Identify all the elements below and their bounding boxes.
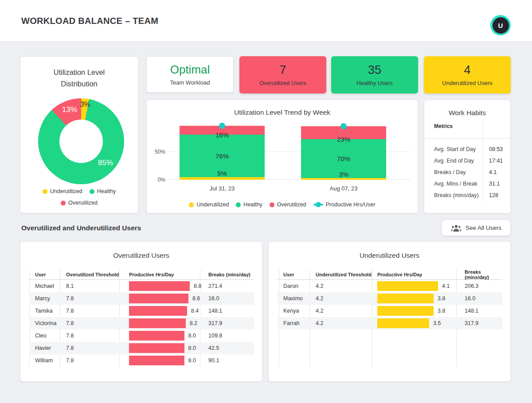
kpi-under-label: Underutilized Users — [442, 80, 492, 86]
kpi-workload-value: Optimal — [170, 63, 210, 77]
hours-bar — [129, 356, 184, 365]
cell-hours: 8.4 — [119, 305, 200, 317]
hours-value: 8.4 — [191, 308, 199, 314]
habit-label: Avg. Mins / Break — [434, 181, 477, 187]
table-row: Victorina 7.8 8.2 317.9 — [29, 317, 254, 329]
legend-healthy[interactable]: Healthy — [90, 188, 116, 194]
productive-dot-week1 — [219, 123, 225, 129]
segment-under-label-week2: 3% — [301, 170, 386, 178]
hours-bar — [377, 294, 434, 303]
trend-legend: Underutilized Healthy Overutilized Produ… — [147, 202, 418, 208]
cell-threshold: 7.8 — [60, 308, 119, 314]
overutilized-table-title: Overutilized Users — [20, 252, 262, 260]
segment-healthy-label-week1: 76% — [180, 152, 265, 159]
cell-hours: 8.0 — [119, 342, 200, 354]
cell-breaks: 271.4 — [200, 283, 254, 289]
habit-row: Breaks (mins/day) 128 — [424, 190, 510, 201]
donut-legend-row2: Overutilized — [20, 200, 138, 206]
cell-hours: 4.1 — [372, 280, 456, 292]
segment-over-label-week2: 23% — [301, 136, 386, 143]
habit-label: Avg. End of Day — [434, 158, 474, 164]
cell-threshold: 7.8 — [60, 333, 119, 339]
kpi-overutilized-users: 7 Overutilized Users — [239, 56, 326, 93]
kpi-over-value: 7 — [279, 63, 286, 77]
cell-user: Daron — [278, 283, 309, 289]
hours-bar — [377, 306, 434, 316]
hours-bar — [129, 318, 186, 328]
productive-marker-icon — [313, 202, 323, 207]
hours-bar — [129, 281, 190, 291]
col-header-breaks: Breaks (mins/day) — [456, 269, 502, 280]
cell-user: Tamika — [29, 308, 60, 314]
cell-threshold: 7.8 — [60, 345, 119, 351]
trend-title: Utilization Level Trend by Week — [147, 108, 418, 116]
table-row: Cleo 7.8 8.0 109.8 — [29, 329, 254, 342]
habit-label: Avg. Start of Day — [434, 146, 476, 152]
kpi-under-value: 4 — [464, 63, 470, 77]
cell-threshold: 4.2 — [309, 320, 372, 326]
cell-user: Michael — [29, 283, 60, 289]
segment-healthy-week2: 70% 3% — [301, 139, 386, 178]
donut-title-line2: Distribution — [20, 78, 138, 89]
hours-value: 8.2 — [190, 320, 197, 326]
overutilized-dot-icon — [61, 201, 66, 205]
cell-hours: 3.8 — [372, 292, 456, 305]
kpi-workload-label: Team Workload — [170, 79, 210, 86]
table-row: William 7.8 8.0 90.1 — [29, 354, 254, 367]
cell-threshold: 7.8 — [60, 320, 119, 326]
kpi-over-label: Overutilized Users — [259, 80, 306, 86]
legend-overutilized[interactable]: Overutilized — [61, 200, 98, 206]
legend-underutilized-label: Underutilized — [50, 188, 82, 194]
people-group-icon — [451, 225, 462, 232]
cell-threshold: 4.2 — [309, 308, 372, 314]
habit-value: 08:53 — [489, 146, 503, 152]
col-header-user: User — [29, 272, 60, 277]
trend-legend-underutilized[interactable]: Underutilized — [189, 202, 229, 208]
table-row: Daron 4.2 4.1 206.3 — [278, 280, 502, 292]
hours-value: 4.1 — [442, 283, 450, 289]
habit-label: Breaks / Day — [434, 169, 466, 175]
col-header-threshold: Underutilized Threshold — [309, 272, 372, 277]
habit-row: Avg. Mins / Break 31.1 — [424, 178, 510, 190]
cell-threshold: 4.2 — [309, 295, 372, 302]
segment-over-label-week1: 16% — [180, 131, 265, 138]
habit-value: 31.1 — [489, 181, 500, 187]
underutilized-table: User Underutilized Threshold Productive … — [278, 269, 502, 329]
habit-value: 128 — [489, 192, 498, 198]
user-avatar[interactable]: U — [490, 15, 511, 35]
utilization-distribution-card: Utilization Level Distribution 3% 13% 85… — [20, 56, 138, 213]
cell-hours: 8.6 — [119, 292, 200, 305]
trend-legend-healthy[interactable]: Healthy — [236, 202, 262, 208]
section-title: Overutilized and Underutilized Users — [21, 224, 141, 232]
overutilized-dot-icon — [270, 202, 274, 207]
trend-legend-productive[interactable]: Productive Hrs/User — [313, 202, 376, 208]
segment-healthy-label-week2: 70% — [301, 155, 386, 163]
trend-legend-healthy-label: Healthy — [243, 202, 262, 208]
trend-legend-overutilized[interactable]: Overutilized — [270, 202, 306, 208]
utilization-donut-chart: 3% 13% 85% — [38, 98, 124, 184]
hours-bar — [129, 294, 188, 303]
hours-value: 3.5 — [433, 320, 441, 326]
underutilized-users-card: Underutilized Users User Underutilized T… — [268, 241, 511, 382]
cell-threshold: 8.1 — [60, 283, 119, 289]
donut-title: Utilization Level Distribution — [20, 66, 138, 89]
col-header-breaks: Breaks (mins/day) — [200, 272, 254, 277]
cell-user: William — [29, 357, 60, 364]
productive-dot-week2 — [340, 123, 347, 129]
cell-threshold: 7.8 — [60, 357, 119, 364]
segment-under-week1 — [180, 177, 265, 180]
kpi-healthy-label: Healthy Users — [356, 80, 393, 86]
legend-underutilized[interactable]: Underutilized — [43, 188, 82, 194]
kpi-healthy-value: 35 — [368, 63, 381, 77]
see-all-users-button[interactable]: See All Users — [442, 220, 511, 236]
cell-hours: 8.0 — [119, 354, 200, 367]
habit-label: Breaks (mins/day) — [434, 192, 479, 198]
cell-breaks: 16.0 — [200, 295, 254, 302]
cell-user: Havier — [29, 345, 60, 351]
hours-value: 8.0 — [188, 357, 196, 364]
hours-value: 8.6 — [192, 295, 200, 302]
table-row: Farrah 4.2 3.5 317.9 — [278, 317, 502, 329]
col-header-threshold: Overutilized Threshold — [60, 272, 119, 277]
donut-hole — [59, 120, 103, 163]
donut-label-underutilized: 3% — [80, 101, 90, 108]
